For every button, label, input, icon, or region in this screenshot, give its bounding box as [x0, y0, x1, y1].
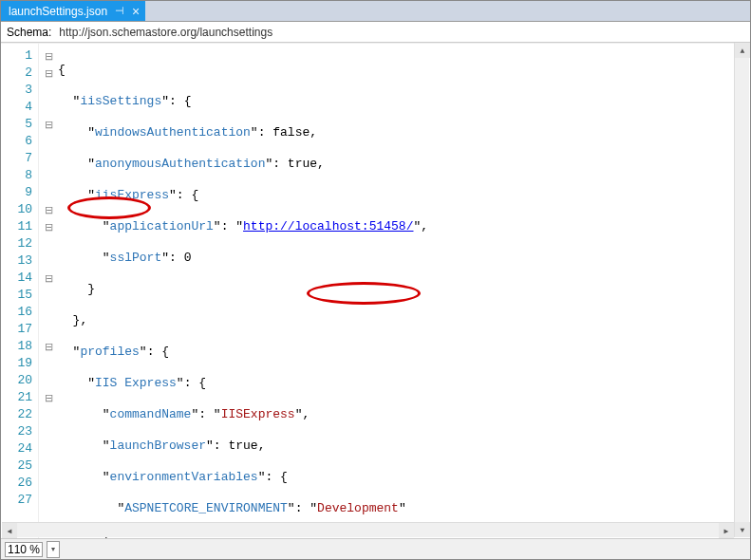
tab-bar: launchSettings.json ⊣ × [1, 1, 750, 22]
code-line: "launchBrowser": true, [58, 438, 750, 455]
zoom-dropdown[interactable]: ▾ [47, 541, 60, 558]
schema-input[interactable] [57, 25, 744, 40]
scroll-left-icon[interactable]: ◀ [2, 523, 17, 538]
line-num: 2 [1, 65, 32, 82]
line-num: 14 [1, 270, 32, 287]
line-num: 19 [1, 355, 32, 372]
code-line: } [58, 281, 750, 298]
fold-line [39, 150, 58, 167]
line-num: 1 [1, 47, 32, 65]
fold-icon[interactable]: ⊟ [39, 270, 58, 287]
fold-icon[interactable]: ⊟ [39, 218, 58, 235]
line-num: 8 [1, 167, 32, 184]
fold-line [39, 321, 58, 338]
line-num: 23 [1, 423, 32, 440]
status-bar: ▾ [1, 538, 750, 559]
code-line: "iisSettings": { [58, 93, 750, 110]
scroll-right-icon[interactable]: ▶ [719, 523, 734, 538]
line-num: 22 [1, 406, 32, 423]
code-line: }, [58, 312, 750, 329]
line-num: 15 [1, 287, 32, 304]
fold-line [39, 287, 58, 304]
fold-line [39, 372, 58, 389]
code-line: "sslPort": 0 [58, 250, 750, 267]
zoom-input[interactable] [5, 542, 43, 557]
line-num: 9 [1, 184, 32, 201]
line-gutter: 1 2 3 4 5 6 7 8 9 10 11 12 13 14 15 16 1… [1, 44, 39, 538]
line-num: 27 [1, 492, 32, 509]
line-num: 5 [1, 116, 32, 133]
fold-line [39, 235, 58, 252]
line-num: 18 [1, 338, 32, 355]
fold-line [39, 475, 58, 492]
code-line: "commandName": "IISExpress", [58, 406, 750, 423]
line-num: 20 [1, 372, 32, 389]
scroll-down-icon[interactable]: ▼ [735, 522, 750, 537]
line-num: 3 [1, 82, 32, 99]
fold-icon[interactable]: ⊟ [39, 338, 58, 355]
tab-launchsettings[interactable]: launchSettings.json ⊣ × [1, 1, 145, 21]
code-line: "environmentVariables": { [58, 469, 750, 486]
scrollbar-horizontal[interactable]: ◀ ▶ [2, 522, 734, 537]
code-line: "anonymousAuthentication": true, [58, 156, 750, 173]
code-line: "ASPNETCORE_ENVIRONMENT": "Development" [58, 500, 750, 517]
code-line: "applicationUrl": "http://localhost:5145… [58, 218, 750, 235]
line-num: 6 [1, 133, 32, 150]
fold-line [39, 406, 58, 423]
line-num: 17 [1, 321, 32, 338]
code-line: "IIS Express": { [58, 375, 750, 392]
code-line: { [58, 62, 750, 79]
line-num: 10 [1, 201, 32, 218]
line-num: 12 [1, 235, 32, 252]
tab-label: launchSettings.json [9, 5, 107, 18]
line-num: 21 [1, 389, 32, 406]
line-num: 7 [1, 150, 32, 167]
editor-window: launchSettings.json ⊣ × Schema: 1 2 3 4 … [0, 0, 751, 560]
code-line: "windowsAuthentication": false, [58, 124, 750, 141]
fold-line [39, 440, 58, 457]
fold-icon[interactable]: ⊟ [39, 389, 58, 406]
schema-bar: Schema: [1, 22, 750, 43]
fold-line [39, 133, 58, 150]
schema-label: Schema: [7, 26, 51, 39]
fold-icon[interactable]: ⊟ [39, 116, 58, 133]
fold-line [39, 252, 58, 270]
code-line: "iisExpress": { [58, 187, 750, 204]
line-num: 13 [1, 252, 32, 270]
fold-icon[interactable]: ⊟ [39, 201, 58, 218]
fold-line [39, 304, 58, 321]
code-line: "profiles": { [58, 344, 750, 361]
code-area[interactable]: { "iisSettings": { "windowsAuthenticatio… [58, 44, 750, 538]
fold-line [39, 167, 58, 184]
fold-line [39, 99, 58, 116]
fold-line [39, 355, 58, 372]
scroll-up-icon[interactable]: ▲ [735, 43, 750, 58]
line-num: 11 [1, 218, 32, 235]
fold-line [39, 82, 58, 99]
fold-icon[interactable]: ⊟ [39, 65, 58, 82]
fold-column: ⊟ ⊟ ⊟ ⊟ ⊟ ⊟ ⊟ ⊟ [39, 44, 58, 538]
line-num: 4 [1, 99, 32, 116]
close-icon[interactable]: × [132, 5, 140, 18]
fold-line [39, 457, 58, 475]
line-num: 16 [1, 304, 32, 321]
fold-line [39, 423, 58, 440]
scrollbar-vertical[interactable]: ▲ ▼ [734, 43, 749, 537]
pin-icon[interactable]: ⊣ [115, 5, 124, 17]
line-num: 26 [1, 475, 32, 492]
fold-icon[interactable]: ⊟ [39, 47, 58, 65]
editor[interactable]: 1 2 3 4 5 6 7 8 9 10 11 12 13 14 15 16 1… [1, 43, 750, 538]
fold-line [39, 184, 58, 201]
line-num: 24 [1, 440, 32, 457]
fold-line [39, 492, 58, 509]
line-num: 25 [1, 457, 32, 475]
